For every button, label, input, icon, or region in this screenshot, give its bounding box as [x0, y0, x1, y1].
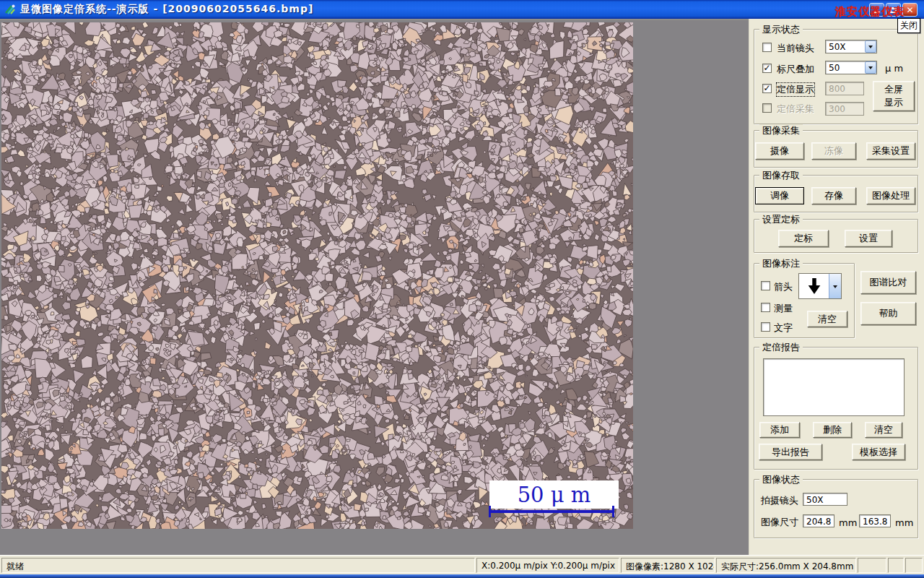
measure-label: 测量	[774, 302, 793, 315]
arrow-label: 箭头	[774, 280, 793, 293]
status-empty-pane	[858, 558, 886, 573]
micrograph-image	[1, 22, 633, 529]
image-size-label: 图像尺寸	[761, 516, 798, 529]
group-title: 图像状态	[759, 473, 803, 486]
scalebar-label: 50 μ m	[518, 483, 591, 507]
scalebar-label-box: 50 μ m	[489, 480, 619, 509]
current-lens-label: 当前镜头	[777, 42, 814, 55]
window-title: 显微图像定倍系统--演示版 - [20090602055646.bmp]	[20, 3, 313, 16]
close-button[interactable]: ✕	[902, 3, 918, 17]
status-empty-pane	[888, 558, 904, 573]
calibration-setup-button[interactable]: 设置	[845, 230, 892, 247]
ruler-value: 50	[826, 63, 865, 73]
status-empty-pane	[905, 558, 923, 573]
group-title: 定倍报告	[759, 341, 803, 354]
window-bottom-border	[0, 574, 924, 578]
fixed-display-field: 800	[825, 82, 864, 95]
current-lens-checkbox[interactable]	[762, 43, 772, 52]
fixed-capture-label: 定倍采集	[777, 103, 814, 116]
close-icon: ✕	[906, 6, 913, 14]
text-checkbox[interactable]	[761, 322, 770, 332]
group-title: 设置定标	[759, 213, 803, 226]
ruler-value-combo[interactable]: 50	[825, 61, 877, 74]
arrow-down-icon	[799, 274, 829, 298]
fixed-display-label: 定倍显示	[777, 83, 814, 96]
scalebar-tick-right	[612, 506, 614, 517]
measure-checkbox[interactable]	[761, 303, 770, 312]
arrow-checkbox[interactable]	[761, 281, 770, 290]
scalebar-tick-left	[489, 506, 491, 517]
status-image-pixels: 图像像素:1280 X 1024	[621, 558, 715, 573]
status-ready: 就绪	[1, 558, 475, 573]
group-image-status: 图像状态	[754, 479, 918, 538]
shoot-button[interactable]: 摄像	[755, 142, 804, 160]
status-actual-size: 实际尺寸:256.0mm X 204.8mm	[716, 558, 856, 573]
report-add-button[interactable]: 添加	[759, 422, 800, 438]
template-select-button[interactable]: 模板选择	[852, 444, 905, 460]
image-width-unit: mm	[839, 517, 857, 528]
fullscreen-button[interactable]: 全屏显示	[873, 81, 915, 111]
group-title: 图像采集	[759, 124, 803, 137]
chevron-down-icon[interactable]	[865, 40, 876, 53]
current-lens-combo[interactable]: 50X	[825, 40, 877, 53]
image-process-button[interactable]: 图像处理	[866, 187, 915, 204]
capture-settings-button[interactable]: 采集设置	[866, 142, 915, 160]
close-tooltip: 关闭	[897, 18, 920, 33]
export-report-button[interactable]: 导出报告	[759, 444, 822, 460]
report-listbox[interactable]	[763, 358, 905, 416]
title-bar: 显微图像定倍系统--演示版 - [20090602055646.bmp] ✕	[0, 0, 924, 19]
app-icon	[4, 4, 16, 15]
save-image-button[interactable]: 存像	[811, 187, 856, 204]
fullscreen-button-label: 全屏显示	[883, 83, 905, 108]
fixed-display-checkbox[interactable]	[762, 84, 772, 93]
calibrate-button[interactable]: 定标	[778, 230, 829, 247]
shoot-lens-label: 拍摄镜头	[761, 494, 798, 507]
ruler-overlay-label: 标尺叠加	[777, 63, 814, 76]
atlas-compare-button[interactable]: 图谱比对	[860, 271, 916, 294]
image-width-field[interactable]: 204.8	[803, 514, 834, 527]
group-title: 图像标注	[759, 257, 803, 270]
status-pixel-scale: X:0.200μ m/pix Y:0.200μ m/pix	[476, 558, 619, 573]
help-button[interactable]: 帮助	[860, 302, 916, 325]
chevron-down-icon[interactable]	[865, 61, 876, 74]
group-title: 显示状态	[759, 23, 803, 36]
fixed-capture-checkbox	[762, 103, 772, 113]
freeze-button: 冻像	[811, 142, 856, 160]
load-image-button[interactable]: 调像	[755, 187, 804, 204]
text-label: 文字	[774, 322, 793, 335]
current-lens-value: 50X	[826, 42, 865, 52]
annotation-clear-button[interactable]: 清空	[807, 311, 847, 327]
report-clear-button[interactable]: 清空	[865, 422, 902, 438]
arrow-style-combo[interactable]	[798, 273, 842, 299]
vendor-watermark: 淮安仪器仪表	[835, 5, 905, 19]
app-window: 显微图像定倍系统--演示版 - [20090602055646.bmp] ✕ 淮…	[0, 0, 924, 578]
ruler-unit-label: μ m	[885, 63, 903, 74]
status-bar: 就绪 X:0.200μ m/pix Y:0.200μ m/pix 图像像素:12…	[0, 555, 924, 574]
image-height-field[interactable]: 163.8	[859, 514, 891, 527]
chevron-down-icon[interactable]	[829, 274, 841, 298]
fixed-capture-field: 300	[825, 102, 864, 116]
shoot-lens-field[interactable]: 50X	[803, 493, 847, 506]
report-delete-button[interactable]: 删除	[813, 422, 852, 438]
scalebar-line	[489, 510, 614, 513]
group-title: 图像存取	[759, 169, 803, 182]
image-height-unit: mm	[895, 517, 913, 528]
ruler-overlay-checkbox[interactable]	[762, 64, 772, 73]
